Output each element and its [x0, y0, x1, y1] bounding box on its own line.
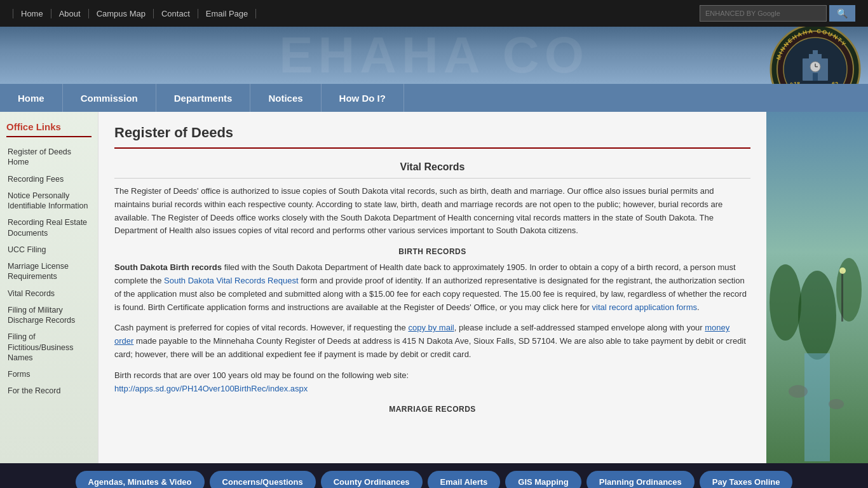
- bottom-btn-0[interactable]: Agendas, Minutes & Video: [76, 471, 205, 488]
- svg-point-18: [798, 271, 836, 360]
- sidebar-link-5[interactable]: Marriage License Requirements: [6, 258, 92, 285]
- bottom-btn-3[interactable]: Email Alerts: [428, 471, 501, 488]
- marriage-records-title: MARRIAGE RECORDS: [114, 405, 750, 414]
- vital-records-intro: The Register of Deeds' office is authori…: [114, 185, 750, 238]
- top-bar: Home About Campus Map Contact Email Page…: [0, 0, 868, 27]
- sidebar-link-3[interactable]: Recording Real Estate Documents: [6, 214, 92, 241]
- right-panel: [766, 112, 868, 463]
- county-seal: ★ ★ ★ MINNEHAHA COUNTY 18 62 SOUTH DAKOT…: [770, 27, 862, 84]
- main-nav: Home Commission Departments Notices How …: [0, 84, 868, 112]
- header-area: EHAHA CO ★ ★ ★ MINNEHAHA CO: [0, 27, 868, 84]
- vital-record-forms-link[interactable]: vital record application forms: [592, 302, 697, 312]
- birth-para2-end: made payable to the Minnehaha County Reg…: [114, 336, 746, 359]
- svg-point-20: [789, 385, 808, 398]
- birth-para3-prefix: Birth records that are over 100 years ol…: [114, 370, 409, 380]
- header-bg-text: EHAHA CO: [279, 27, 589, 84]
- nav-commission[interactable]: Commission: [63, 84, 156, 112]
- birth-para2: Cash payment is preferred for copies of …: [114, 322, 750, 361]
- sidebar-link-7[interactable]: Filing of Military Discharge Records: [6, 302, 92, 329]
- bottom-bar: Agendas, Minutes & Video Concerns/Questi…: [0, 463, 868, 488]
- birth-para3: Birth records that are over 100 years ol…: [114, 369, 750, 396]
- vital-records-title: Vital Records: [114, 161, 750, 179]
- sidebar-title: Office Links: [6, 121, 92, 137]
- nav-home[interactable]: Home: [0, 84, 63, 112]
- sidebar-link-0[interactable]: Register of Deeds Home: [6, 144, 92, 171]
- birth-para2-mid: , please include a self-addressed stampe…: [454, 323, 705, 332]
- bottom-btn-6[interactable]: Pay Taxes Online: [700, 471, 793, 488]
- search-button[interactable]: 🔍: [829, 5, 855, 22]
- bottom-btn-5[interactable]: Planning Ordinances: [587, 471, 695, 488]
- bottom-btn-2[interactable]: County Ordinances: [321, 471, 423, 488]
- svg-point-23: [839, 268, 846, 274]
- page-title: Register of Deeds: [114, 125, 750, 149]
- svg-point-16: [770, 264, 801, 341]
- birth-bold: South Dakota Birth records: [114, 262, 222, 272]
- svg-point-21: [829, 399, 844, 409]
- topbar-home-link[interactable]: Home: [13, 9, 51, 18]
- svg-rect-19: [804, 353, 830, 461]
- sidebar-link-2[interactable]: Notice Personally Identifiable Informati…: [6, 187, 92, 215]
- search-wrapper: [700, 5, 827, 22]
- topbar-about-link[interactable]: About: [51, 9, 89, 18]
- birth-vital-records-link[interactable]: South Dakota Vital Records Request: [164, 276, 299, 285]
- svg-point-17: [836, 258, 862, 322]
- sidebar-link-1[interactable]: Recording Fees: [6, 171, 92, 187]
- sidebar-link-10[interactable]: For the Record: [6, 383, 92, 399]
- bottom-btn-1[interactable]: Concerns/Questions: [210, 471, 316, 488]
- search-input[interactable]: [700, 5, 827, 22]
- nav-how-do-i[interactable]: How Do I?: [322, 84, 404, 112]
- sidebar: Office Links Register of Deeds Home Reco…: [0, 112, 98, 463]
- birth-100yr-link[interactable]: http://apps.sd.gov/PH14Over100BirthRec/i…: [114, 384, 308, 393]
- birth-para1-end: .: [697, 302, 700, 312]
- copy-by-mail-link[interactable]: copy by mail: [408, 323, 454, 332]
- topbar-emailpage-link[interactable]: Email Page: [198, 9, 256, 18]
- sidebar-link-4[interactable]: UCC Filing: [6, 241, 92, 258]
- main-content: Register of Deeds Vital Records The Regi…: [98, 112, 766, 463]
- birth-para1: South Dakota Birth records filed with th…: [114, 261, 750, 314]
- nav-departments[interactable]: Departments: [156, 84, 251, 112]
- sidebar-link-6[interactable]: Vital Records: [6, 285, 92, 302]
- topbar-contact-link[interactable]: Contact: [154, 9, 198, 18]
- birth-records-title: BIRTH RECORDS: [114, 247, 750, 256]
- nav-notices[interactable]: Notices: [250, 84, 321, 112]
- birth-para2-prefix: Cash payment is preferred for copies of …: [114, 323, 408, 332]
- topbar-campusmap-link[interactable]: Campus Map: [89, 9, 154, 18]
- svg-rect-5: [813, 50, 818, 55]
- sidebar-link-8[interactable]: Filing of Fictitious/Business Names: [6, 329, 92, 366]
- svg-rect-22: [841, 271, 843, 322]
- sidebar-link-9[interactable]: Forms: [6, 366, 92, 383]
- svg-rect-9: [813, 73, 818, 81]
- bottom-btn-4[interactable]: GIS Mapping: [505, 471, 581, 488]
- search-area: 🔍: [700, 5, 855, 22]
- content-wrapper: Office Links Register of Deeds Home Reco…: [0, 112, 868, 463]
